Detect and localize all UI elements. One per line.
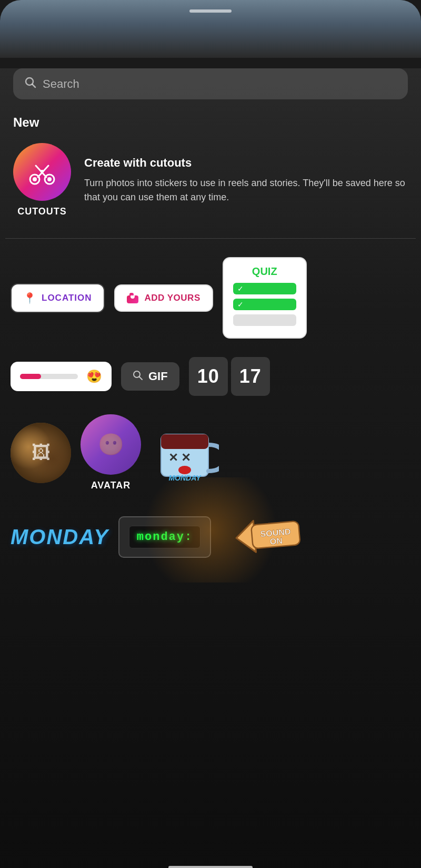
svg-point-9	[134, 371, 140, 377]
svg-text:ON: ON	[269, 536, 283, 546]
gif-sticker[interactable]: GIF	[121, 362, 179, 391]
avatar-sticker-wrap[interactable]: 😶 AVATAR	[81, 414, 141, 491]
quiz-bar-2: ✓	[233, 299, 296, 310]
camera-icon	[127, 293, 139, 303]
quiz-check-1: ✓	[237, 284, 244, 293]
sticker-row-1: 📍 LOCATION ADD YOURS QUIZ ✓ ✓	[11, 257, 410, 339]
avatar-circle: 😶	[81, 414, 141, 475]
clock-hours: 10	[189, 357, 228, 396]
cutouts-title: Create with cutouts	[84, 156, 408, 170]
avatar-label: AVATAR	[91, 480, 131, 491]
home-indicator	[168, 866, 253, 868]
clock-minutes: 17	[231, 357, 270, 396]
quiz-bar-3	[233, 314, 296, 326]
quiz-title: QUIZ	[233, 265, 296, 278]
sound-on-sticker[interactable]: SOUND ON	[218, 506, 307, 568]
quiz-check-2: ✓	[237, 300, 244, 309]
location-pin-icon: 📍	[23, 292, 36, 304]
svg-text:MONDAY: MONDAY	[168, 474, 202, 482]
photo-icon: 🖼	[32, 442, 51, 464]
top-bar	[0, 0, 421, 58]
sticker-row-4: MONDAY monday: SOUND ON	[11, 509, 410, 564]
sticker-row-3: 🖼 😶 AVATAR ✕ ✕	[11, 414, 410, 491]
location-label: LOCATION	[42, 293, 92, 303]
svg-text:✕ ✕: ✕ ✕	[168, 451, 191, 464]
section-divider	[5, 238, 416, 239]
quiz-sticker[interactable]: QUIZ ✓ ✓	[223, 257, 307, 339]
cutouts-label: CUTOUTS	[17, 206, 67, 217]
search-icon	[25, 77, 36, 91]
slider-emoji: 😍	[86, 369, 102, 384]
add-yours-sticker[interactable]: ADD YOURS	[114, 284, 213, 312]
scoreboard-display: monday:	[129, 526, 201, 548]
mug-svg: ✕ ✕ MONDAY	[151, 418, 219, 487]
photo-sticker[interactable]: 🖼	[11, 423, 71, 483]
svg-rect-12	[161, 434, 208, 449]
cutouts-circle	[13, 143, 71, 201]
search-placeholder-text: Search	[43, 77, 79, 91]
cutouts-icon-wrap[interactable]: CUTOUTS	[13, 143, 71, 217]
camera-top	[129, 293, 134, 295]
svg-point-14	[178, 466, 191, 474]
slider-fill	[20, 374, 41, 379]
scoreboard-sticker[interactable]: monday:	[118, 516, 211, 558]
cutouts-row[interactable]: CUTOUTS Create with cutouts Turn photos …	[13, 143, 408, 217]
gif-label: GIF	[148, 370, 168, 383]
mug-sticker[interactable]: ✕ ✕ MONDAY	[151, 418, 219, 487]
svg-line-1	[33, 85, 36, 88]
gif-search-icon	[133, 370, 143, 383]
cutouts-body: Turn photos into stickers to use in reel…	[84, 176, 408, 205]
stickers-section: 📍 LOCATION ADD YOURS QUIZ ✓ ✓	[0, 249, 421, 583]
main-content: Search New	[0, 68, 421, 868]
svg-point-4	[33, 177, 37, 181]
avatar-face-icon: 😶	[98, 432, 124, 457]
svg-point-5	[47, 177, 52, 181]
location-sticker[interactable]: 📍 LOCATION	[11, 283, 105, 313]
svg-point-8	[41, 170, 44, 173]
svg-line-10	[139, 377, 142, 380]
slider-track	[20, 374, 78, 379]
clock-sticker[interactable]: 10 17	[189, 357, 270, 396]
quiz-bar-1: ✓	[233, 283, 296, 294]
scissors-icon	[26, 156, 58, 188]
sticker-row-2: 😍 GIF 10 17	[11, 357, 410, 396]
drag-handle[interactable]	[189, 9, 232, 13]
search-bar[interactable]: Search	[13, 68, 408, 99]
monday-text-sticker[interactable]: MONDAY	[11, 525, 109, 549]
new-section: New	[0, 110, 421, 228]
new-section-label: New	[13, 115, 408, 130]
add-yours-label: ADD YOURS	[145, 293, 201, 303]
sound-on-svg: SOUND ON	[218, 506, 307, 566]
cutouts-description: Create with cutouts Turn photos into sti…	[84, 156, 408, 205]
slider-sticker[interactable]: 😍	[11, 362, 112, 391]
